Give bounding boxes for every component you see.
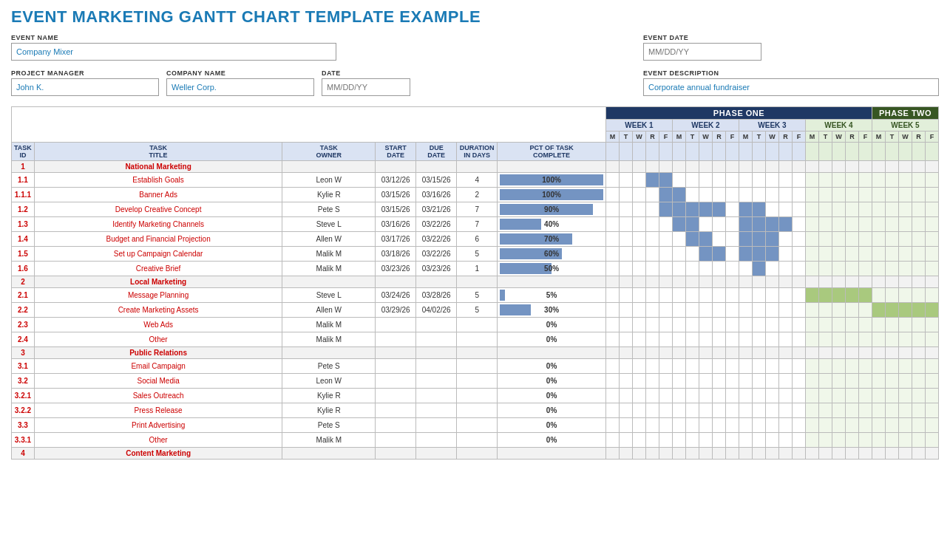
gantt-bar-cell bbox=[832, 359, 846, 374]
gantt-bar-cell bbox=[859, 232, 872, 247]
day-header: W bbox=[899, 132, 912, 143]
gantt-bar-cell bbox=[846, 188, 859, 202]
gantt-bar-cell bbox=[633, 332, 646, 347]
right-fields: EVENT DATE EVENT DESCRIPTION bbox=[643, 34, 939, 100]
phase-two-header: PHASE TWO bbox=[872, 107, 939, 120]
gantt-bar-cell bbox=[846, 202, 859, 217]
day-header: R bbox=[779, 132, 793, 143]
gantt-bar-cell bbox=[726, 188, 739, 202]
project-manager-field: PROJECT MANAGER bbox=[11, 69, 159, 96]
date-input[interactable] bbox=[322, 78, 410, 96]
gantt-bar-cell bbox=[659, 288, 673, 303]
gantt-bar-cell bbox=[806, 318, 819, 332]
gantt-bar-cell bbox=[753, 448, 766, 460]
gantt-bar-cell bbox=[713, 389, 726, 403]
gantt-bar-cell bbox=[806, 262, 819, 276]
table-row: 2.2Create Marketing AssetsAllen W03/29/2… bbox=[12, 303, 939, 318]
gantt-bar-cell bbox=[832, 188, 846, 202]
gantt-bar-cell bbox=[766, 433, 779, 448]
gantt-bar-cell bbox=[766, 318, 779, 332]
gantt-bar-cell bbox=[912, 347, 926, 359]
gantt-bar-cell bbox=[646, 276, 659, 288]
gantt-bar-cell bbox=[726, 389, 739, 403]
gantt-bar-cell bbox=[806, 217, 819, 232]
gantt-bar-cell bbox=[899, 318, 912, 332]
gantt-bar-cell bbox=[886, 318, 899, 332]
gantt-bar-cell bbox=[779, 188, 793, 202]
day-header: F bbox=[793, 132, 806, 143]
gantt-bar-cell bbox=[806, 188, 819, 202]
event-desc-input[interactable] bbox=[643, 78, 939, 96]
gantt-bar-cell bbox=[779, 448, 793, 460]
gantt-bar-cell bbox=[926, 389, 939, 403]
gantt-bar-cell bbox=[673, 448, 686, 460]
table-row: 2.1Message PlanningSteve L03/24/2603/28/… bbox=[12, 288, 939, 303]
project-manager-label: PROJECT MANAGER bbox=[11, 69, 159, 77]
gantt-bar-cell bbox=[846, 403, 859, 418]
gantt-bar-cell bbox=[899, 173, 912, 188]
gantt-bar-cell bbox=[846, 347, 859, 359]
gantt-bar-cell bbox=[686, 262, 699, 276]
gantt-bar-cell bbox=[686, 374, 699, 389]
gantt-bar-cell bbox=[699, 217, 713, 232]
gantt-bar-cell bbox=[779, 161, 793, 173]
gantt-bar-cell bbox=[779, 247, 793, 262]
gantt-bar-cell bbox=[912, 173, 926, 188]
gantt-bar-cell bbox=[859, 318, 872, 332]
gantt-bar-cell bbox=[832, 276, 846, 288]
gantt-bar-cell bbox=[806, 232, 819, 247]
gantt-bar-cell bbox=[713, 359, 726, 374]
gantt-bar-cell bbox=[899, 359, 912, 374]
table-row: 3.2.1Sales OutreachKylie R0% bbox=[12, 389, 939, 403]
gantt-bar-cell bbox=[713, 288, 726, 303]
gantt-bar-cell bbox=[646, 318, 659, 332]
gantt-bar-cell bbox=[699, 448, 713, 460]
event-name-input[interactable] bbox=[11, 43, 336, 61]
col-header-id: TASKID bbox=[12, 143, 35, 161]
gantt-bar-cell bbox=[699, 332, 713, 347]
gantt-bar-cell bbox=[926, 276, 939, 288]
gantt-bar-cell bbox=[686, 389, 699, 403]
gantt-bar-cell bbox=[686, 318, 699, 332]
gantt-bar-cell bbox=[713, 202, 726, 217]
gantt-bar-cell bbox=[673, 359, 686, 374]
gantt-bar-cell bbox=[872, 389, 886, 403]
table-row: 1.5Set up Campaign CalendarMalik M03/18/… bbox=[12, 247, 939, 262]
gantt-bar-cell bbox=[872, 347, 886, 359]
gantt-bar-cell bbox=[926, 202, 939, 217]
company-name-input[interactable] bbox=[166, 78, 314, 96]
gantt-bar-cell bbox=[926, 332, 939, 347]
gantt-bar-cell bbox=[886, 303, 899, 318]
gantt-bar-cell bbox=[726, 433, 739, 448]
gantt-bar-cell bbox=[793, 433, 806, 448]
day-header: M bbox=[739, 132, 753, 143]
gantt-bar-cell bbox=[699, 161, 713, 173]
gantt-bar-cell bbox=[606, 374, 620, 389]
gantt-bar-cell bbox=[673, 374, 686, 389]
gantt-bar-cell bbox=[872, 448, 886, 460]
week-header: WEEK 1 bbox=[606, 120, 673, 132]
gantt-bar-cell bbox=[819, 347, 832, 359]
gantt-bar-cell bbox=[699, 262, 713, 276]
gantt-bar-cell bbox=[872, 418, 886, 433]
gantt-bar-cell bbox=[793, 161, 806, 173]
gantt-bar-cell bbox=[793, 359, 806, 374]
gantt-bar-cell bbox=[872, 173, 886, 188]
gantt-bar-cell bbox=[659, 247, 673, 262]
gantt-table: PHASE ONEPHASE TWOWEEK 1WEEK 2WEEK 3WEEK… bbox=[11, 106, 939, 460]
gantt-bar-cell bbox=[606, 418, 620, 433]
gantt-bar-cell bbox=[620, 276, 633, 288]
gantt-bar-cell bbox=[872, 217, 886, 232]
gantt-bar-cell bbox=[912, 262, 926, 276]
event-date-input[interactable] bbox=[643, 43, 761, 61]
project-manager-input[interactable] bbox=[11, 78, 159, 96]
gantt-bar-cell bbox=[659, 232, 673, 247]
gantt-bar-cell bbox=[659, 332, 673, 347]
gantt-bar-cell bbox=[753, 276, 766, 288]
gantt-bar-cell bbox=[806, 303, 819, 318]
gantt-bar-cell bbox=[633, 276, 646, 288]
gantt-bar-cell bbox=[726, 161, 739, 173]
gantt-bar-cell bbox=[859, 247, 872, 262]
gantt-bar-cell bbox=[806, 173, 819, 188]
day-header: T bbox=[819, 132, 832, 143]
